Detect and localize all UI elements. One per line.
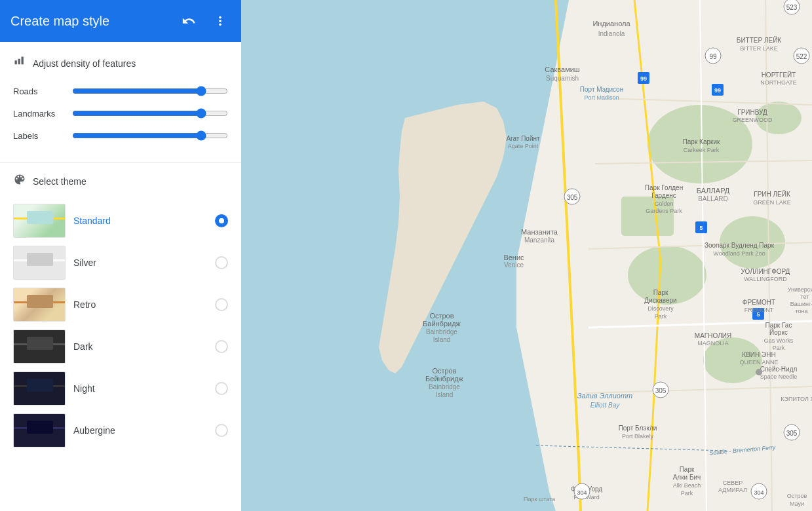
svg-text:WALLINGFORD: WALLINGFORD: [744, 276, 787, 282]
labels-slider-container: [72, 129, 228, 142]
roads-label: Roads: [13, 86, 72, 96]
svg-text:Port Madison: Port Madison: [584, 94, 619, 101]
theme-item-night[interactable]: Night: [13, 368, 228, 409]
svg-text:ГРИН ЛЕЙК: ГРИН ЛЕЙК: [754, 190, 790, 198]
svg-text:Парк Каркик: Парк Каркик: [683, 138, 720, 145]
density-icon: [13, 55, 26, 71]
svg-text:БИТТЕР ЛЕЙК: БИТТЕР ЛЕЙК: [737, 36, 782, 44]
theme-icon: [13, 173, 26, 189]
svg-text:Park: Park: [773, 345, 785, 351]
svg-text:НОРТГЕЙТ: НОРТГЕЙТ: [762, 71, 796, 79]
retro-thumbnail: [13, 288, 66, 322]
svg-text:Парк Гас: Парк Гас: [765, 322, 792, 329]
standard-radio[interactable]: [215, 214, 228, 227]
standard-thumbnail: [13, 204, 66, 238]
night-theme-label: Night: [73, 383, 207, 394]
svg-text:Парк штата: Парк штата: [524, 496, 555, 502]
svg-text:Вашинг-: Вашинг-: [790, 301, 812, 307]
svg-text:305: 305: [786, 430, 798, 437]
svg-text:Discovery: Discovery: [648, 305, 674, 312]
roads-slider-container: [72, 85, 228, 98]
theme-item-aubergine[interactable]: Aubergine: [13, 409, 228, 451]
svg-text:Остров: Остров: [432, 367, 456, 375]
landmarks-slider-container: [72, 107, 228, 120]
svg-text:тона: тона: [795, 308, 807, 314]
svg-text:Bainbridge: Bainbridge: [426, 328, 457, 335]
svg-text:Space Needle: Space Needle: [760, 373, 798, 380]
svg-text:Elliott Bay: Elliott Bay: [590, 402, 620, 409]
svg-text:Agate Point: Agate Point: [508, 143, 539, 149]
svg-text:Остров: Остров: [787, 493, 807, 499]
density-title: Adjust density of features: [33, 58, 136, 69]
silver-radio[interactable]: [215, 256, 228, 269]
page-title: Create map style: [10, 14, 168, 29]
svg-text:Бейнбридж: Бейнбридж: [425, 375, 464, 383]
svg-text:тет: тет: [801, 293, 809, 300]
retro-radio[interactable]: [215, 298, 228, 311]
svg-text:Мауи: Мауи: [790, 501, 804, 507]
svg-text:Golden: Golden: [654, 200, 673, 207]
svg-point-88: [756, 369, 762, 375]
theme-title: Select theme: [33, 176, 87, 187]
svg-text:Остров: Остров: [429, 312, 454, 320]
svg-text:Агат Пойнт: Агат Пойнт: [506, 135, 540, 142]
map-area[interactable]: 305 305 305 99 522 523 5 99 5 99 Индиано…: [241, 0, 812, 511]
svg-text:99: 99: [640, 75, 647, 82]
svg-text:Универси-: Универси-: [788, 286, 812, 293]
density-section: Adjust density of features Roads Landmar…: [0, 42, 241, 162]
retro-theme-label: Retro: [73, 299, 207, 310]
svg-text:GREEN LAKE: GREEN LAKE: [753, 199, 791, 206]
sidebar: Create map style Adjust density of featu…: [0, 0, 241, 511]
svg-text:Alki Beach: Alki Beach: [673, 482, 701, 489]
svg-text:NORTHGATE: NORTHGATE: [760, 79, 797, 86]
svg-text:Гарденс: Гарденс: [651, 192, 676, 199]
more-options-button[interactable]: [210, 10, 231, 31]
svg-text:305: 305: [567, 194, 578, 201]
svg-text:Манзанита: Манзанита: [521, 228, 558, 236]
theme-item-standard[interactable]: Standard: [13, 200, 228, 242]
svg-text:Парк: Парк: [653, 289, 668, 296]
svg-text:Gas Works: Gas Works: [764, 337, 794, 344]
svg-text:Саквамиш: Саквамиш: [545, 66, 580, 73]
landmarks-slider[interactable]: [72, 108, 228, 119]
svg-text:99: 99: [709, 53, 717, 60]
dark-thumbnail: [13, 330, 66, 364]
labels-slider[interactable]: [72, 130, 228, 141]
svg-text:Park: Park: [655, 313, 667, 320]
dark-radio[interactable]: [215, 340, 228, 353]
svg-text:Venice: Venice: [504, 261, 524, 269]
svg-text:КЭПИТОЛ ХИЛЛ: КЭПИТОЛ ХИЛЛ: [781, 396, 812, 402]
theme-item-silver[interactable]: Silver: [13, 242, 228, 284]
theme-item-dark[interactable]: Dark: [13, 326, 228, 368]
svg-text:МАГНОЛИЯ: МАГНОЛИЯ: [695, 332, 731, 339]
svg-text:Парк: Парк: [680, 466, 695, 473]
svg-text:99: 99: [714, 87, 721, 94]
svg-text:304: 304: [577, 489, 587, 496]
theme-section-header: Select theme: [13, 173, 228, 189]
svg-text:BALLARD: BALLARD: [698, 195, 728, 202]
map-svg: 305 305 305 99 522 523 5 99 5 99 Индиано…: [241, 0, 812, 511]
svg-text:Дискавери: Дискавери: [644, 297, 676, 304]
svg-text:QUEEN ANNE: QUEEN ANNE: [739, 359, 778, 366]
aubergine-radio[interactable]: [215, 424, 228, 437]
svg-text:FREMONT: FREMONT: [744, 307, 774, 313]
svg-text:BITTER LAKE: BITTER LAKE: [740, 45, 778, 52]
undo-button[interactable]: [178, 10, 199, 31]
svg-text:Залив Эллиотт: Залив Эллиотт: [577, 392, 632, 400]
svg-text:5: 5: [699, 225, 703, 231]
theme-item-retro[interactable]: Retro: [13, 284, 228, 326]
svg-text:Park: Park: [681, 490, 693, 497]
night-radio[interactable]: [215, 382, 228, 395]
roads-slider[interactable]: [72, 86, 228, 96]
labels-slider-row: Labels: [13, 129, 228, 142]
silver-theme-label: Silver: [73, 257, 207, 268]
density-section-header: Adjust density of features: [13, 55, 228, 71]
svg-text:305: 305: [655, 387, 667, 394]
landmarks-label: Landmarks: [13, 109, 72, 119]
svg-text:304: 304: [754, 489, 764, 496]
svg-text:ФРЕМОНТ: ФРЕМОНТ: [743, 299, 775, 306]
svg-text:Зоопарк Вудленд Парк: Зоопарк Вудленд Парк: [705, 242, 775, 249]
svg-text:Порт Мэдисон: Порт Мэдисон: [580, 86, 623, 93]
svg-text:Венис: Венис: [503, 254, 524, 261]
silver-thumbnail: [13, 246, 66, 280]
